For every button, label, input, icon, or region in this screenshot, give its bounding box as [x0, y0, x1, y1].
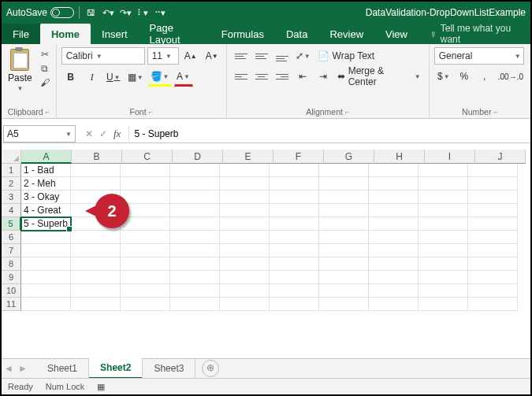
- cell-J6[interactable]: [468, 231, 518, 244]
- dialog-launcher-icon[interactable]: ⌐: [493, 108, 497, 116]
- cell-E1[interactable]: [220, 164, 270, 177]
- percent-format-button[interactable]: %: [455, 68, 474, 85]
- cell-E10[interactable]: [220, 284, 270, 298]
- cell-J10[interactable]: [468, 284, 518, 298]
- cell-J1[interactable]: [468, 164, 518, 177]
- sheet-tab-3[interactable]: Sheet3: [143, 359, 195, 378]
- cell-I3[interactable]: [419, 191, 468, 204]
- align-bottom-icon[interactable]: [273, 47, 292, 65]
- customize-qat-icon[interactable]: ⠒▾: [154, 6, 166, 19]
- touch-mode-icon[interactable]: ⠇▾: [136, 6, 149, 19]
- cell-I5[interactable]: [419, 217, 468, 231]
- cell-G9[interactable]: [319, 271, 369, 284]
- cell-H1[interactable]: [369, 164, 419, 177]
- cell-D7[interactable]: [170, 244, 220, 257]
- select-all-corner[interactable]: [2, 150, 21, 164]
- cell-E2[interactable]: [220, 177, 270, 191]
- cell-C9[interactable]: [121, 271, 170, 284]
- autosave-toggle[interactable]: AutoSave: [6, 7, 74, 18]
- cell-F10[interactable]: [270, 284, 319, 298]
- column-header-A[interactable]: A: [21, 150, 72, 164]
- row-header-5[interactable]: 5: [2, 217, 21, 231]
- cell-F3[interactable]: [270, 191, 319, 204]
- row-header-9[interactable]: 9: [2, 271, 21, 284]
- column-header-D[interactable]: D: [173, 150, 223, 164]
- column-header-C[interactable]: C: [122, 150, 173, 164]
- column-header-E[interactable]: E: [223, 150, 273, 164]
- cell-I10[interactable]: [419, 284, 468, 298]
- cell-F5[interactable]: [270, 217, 319, 231]
- cell-J4[interactable]: [468, 204, 518, 217]
- cell-H2[interactable]: [369, 177, 419, 191]
- cell-B6[interactable]: [71, 231, 121, 244]
- cell-C6[interactable]: [121, 231, 170, 244]
- cell-A5[interactable]: 5 - Superb: [21, 217, 71, 231]
- row-header-3[interactable]: 3: [2, 191, 21, 204]
- dialog-launcher-icon[interactable]: ⌐: [149, 108, 153, 116]
- cell-I9[interactable]: [419, 271, 468, 284]
- cell-J3[interactable]: [468, 191, 518, 204]
- dialog-launcher-icon[interactable]: ⌐: [345, 108, 349, 116]
- cell-A11[interactable]: [21, 298, 71, 311]
- cell-B9[interactable]: [71, 271, 121, 284]
- cell-I4[interactable]: [419, 204, 468, 217]
- number-format-combo[interactable]: General▼: [434, 47, 524, 65]
- cell-D5[interactable]: [170, 217, 220, 231]
- cell-J9[interactable]: [468, 271, 518, 284]
- sheet-nav-prev-icon[interactable]: ◄: [2, 363, 16, 374]
- cell-A8[interactable]: [21, 257, 71, 271]
- cell-G7[interactable]: [319, 244, 369, 257]
- cell-D3[interactable]: [170, 191, 220, 204]
- dialog-launcher-icon[interactable]: ⌐: [46, 108, 50, 116]
- align-middle-icon[interactable]: [252, 47, 271, 65]
- cell-C7[interactable]: [121, 244, 170, 257]
- align-center-icon[interactable]: [252, 68, 271, 85]
- cell-I1[interactable]: [419, 164, 468, 177]
- cell-A4[interactable]: 4 - Great: [21, 204, 71, 217]
- cell-G5[interactable]: [319, 217, 369, 231]
- cell-F6[interactable]: [270, 231, 319, 244]
- cell-E11[interactable]: [220, 298, 270, 311]
- cell-J2[interactable]: [468, 177, 518, 191]
- row-header-2[interactable]: 2: [2, 177, 21, 191]
- cell-F4[interactable]: [270, 204, 319, 217]
- cell-I2[interactable]: [419, 177, 468, 191]
- sheet-tab-1[interactable]: Sheet1: [36, 359, 89, 378]
- cell-E3[interactable]: [220, 191, 270, 204]
- cell-E6[interactable]: [220, 231, 270, 244]
- row-header-11[interactable]: 11: [2, 298, 21, 311]
- cut-icon[interactable]: ✂: [39, 49, 51, 60]
- cell-B10[interactable]: [71, 284, 121, 298]
- column-header-G[interactable]: G: [324, 150, 374, 164]
- cell-F9[interactable]: [270, 271, 319, 284]
- increase-decimal-icon[interactable]: .00→.0: [496, 68, 526, 85]
- cell-H7[interactable]: [369, 244, 419, 257]
- macro-record-icon[interactable]: ▦: [97, 382, 105, 392]
- accounting-format-button[interactable]: $▼: [434, 68, 453, 85]
- cell-A1[interactable]: 1 - Bad: [21, 164, 71, 177]
- cell-E9[interactable]: [220, 271, 270, 284]
- cell-G11[interactable]: [319, 298, 369, 311]
- tab-formulas[interactable]: Formulas: [210, 24, 275, 44]
- cell-G1[interactable]: [319, 164, 369, 177]
- increase-font-icon[interactable]: A▲: [181, 47, 200, 65]
- worksheet-grid[interactable]: ABCDEFGHIJ 11 - Bad22 - Meh33 - Okay44 -…: [2, 150, 530, 358]
- cell-G10[interactable]: [319, 284, 369, 298]
- cell-A7[interactable]: [21, 244, 71, 257]
- cell-I8[interactable]: [419, 257, 468, 271]
- cell-D10[interactable]: [170, 284, 220, 298]
- cell-H8[interactable]: [369, 257, 419, 271]
- cell-I11[interactable]: [419, 298, 468, 311]
- increase-indent-icon[interactable]: ⇥: [314, 68, 333, 85]
- wrap-text-button[interactable]: 📄 Wrap Text: [314, 48, 378, 64]
- decrease-font-icon[interactable]: A▼: [203, 47, 221, 65]
- cell-D9[interactable]: [170, 271, 220, 284]
- tell-me[interactable]: ♀ Tell me what you want: [419, 24, 530, 44]
- column-header-F[interactable]: F: [273, 150, 324, 164]
- cell-D4[interactable]: [170, 204, 220, 217]
- cell-H4[interactable]: [369, 204, 419, 217]
- cell-C1[interactable]: [121, 164, 170, 177]
- cell-F11[interactable]: [270, 298, 319, 311]
- cell-G3[interactable]: [319, 191, 369, 204]
- underline-button[interactable]: U▼: [104, 68, 123, 86]
